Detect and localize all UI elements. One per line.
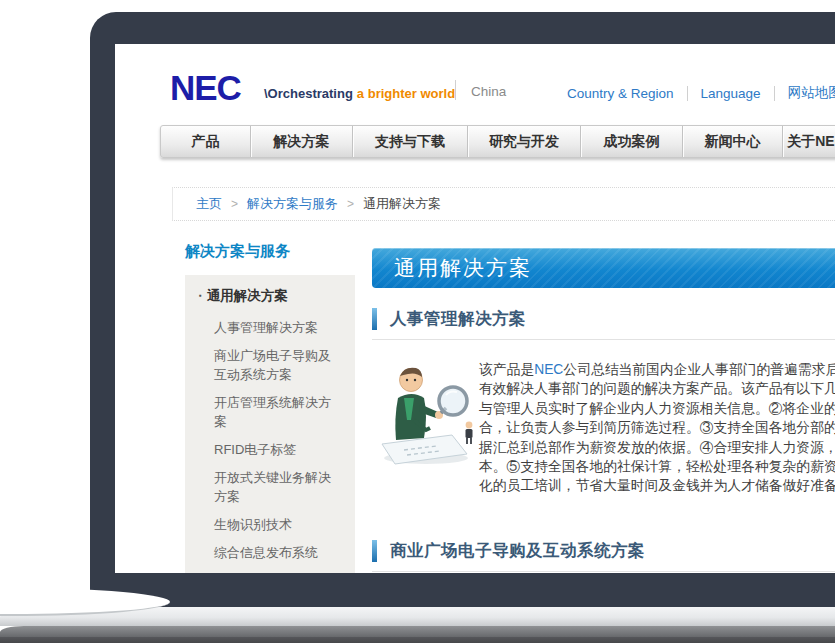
- main-navbar: 产品 解决方案 支持与下载 研究与开发 成功案例 新闻中心 关于NEC: [160, 125, 835, 158]
- brand-tagline: \Orchestratinga brighter world: [264, 86, 455, 101]
- page-banner: 通用解决方案: [372, 248, 835, 288]
- header-divider: [455, 80, 456, 100]
- sidebar-item-mall-guide[interactable]: 商业广场电子导购及互动系统方案: [199, 346, 343, 384]
- page-title: 通用解决方案: [394, 254, 532, 282]
- breadcrumb: 主页 > 解决方案与服务 > 通用解决方案: [172, 187, 835, 221]
- sidebar-item-sap[interactable]: SAP解决方案: [199, 571, 343, 573]
- section-hr-header: 人事管理解决方案: [372, 308, 835, 340]
- nav-item-cases[interactable]: 成功案例: [581, 126, 683, 157]
- link-sitemap[interactable]: 网站地图: [775, 84, 835, 102]
- sidebar-sublist: 人事管理解决方案 商业广场电子导购及互动系统方案 开店管理系统解决方案 RFID…: [199, 318, 343, 573]
- nav-item-products[interactable]: 产品: [161, 126, 251, 157]
- bullet-icon: ▪: [199, 291, 202, 300]
- article-line: 与管理人员实时了解企业内人力资源相关信息。②将企业的官网: [479, 399, 835, 418]
- sidebar-item-store-mgmt[interactable]: 开店管理系统解决方案: [199, 393, 343, 431]
- main-content: 通用解决方案 人事管理解决方案: [372, 248, 835, 288]
- laptop-base-edge: [0, 626, 835, 637]
- sidebar-title: 解决方案与服务: [185, 242, 290, 261]
- sidebar-item-open-critical[interactable]: 开放式关键业务解决方案: [199, 468, 343, 506]
- sidebar-item-general-solutions[interactable]: ▪通用解决方案: [199, 287, 343, 305]
- sidebar-menu: ▪通用解决方案 人事管理解决方案 商业广场电子导购及互动系统方案 开店管理系统解…: [185, 275, 355, 573]
- article-line: 该产品是NEC公司总结当前国内企业人事部门的普遍需求后，研: [479, 360, 835, 379]
- nav-item-about[interactable]: 关于NEC: [783, 126, 835, 157]
- nav-item-research[interactable]: 研究与开发: [468, 126, 581, 157]
- tagline-lead: \Orchestrating: [264, 86, 353, 101]
- utility-links: Country & Region Language 网站地图 联系我们: [567, 84, 835, 102]
- nav-item-solutions[interactable]: 解决方案: [251, 126, 353, 157]
- article-line: 据汇总到总部作为薪资发放的依据。④合理安排人力资源，最大: [479, 438, 835, 457]
- article-line: 本。⑤支持全国各地的社保计算，轻松处理各种复杂的薪资政策: [479, 457, 835, 476]
- region-label: China: [471, 84, 506, 99]
- laptop-base-bottom: [0, 637, 835, 643]
- sidebar-item-hr[interactable]: 人事管理解决方案: [199, 318, 343, 337]
- section-accent-bar: [372, 308, 377, 330]
- section-mall-title[interactable]: 商业广场电子导购及互动系统方案: [390, 540, 645, 562]
- laptop-mockup: NEC \Orchestratinga brighter world China…: [0, 0, 835, 643]
- section-hr-title[interactable]: 人事管理解决方案: [390, 308, 526, 330]
- breadcrumb-home[interactable]: 主页: [196, 195, 222, 213]
- section-mall-header: 商业广场电子导购及互动系统方案: [372, 540, 835, 572]
- nav-item-support[interactable]: 支持与下载: [353, 126, 468, 157]
- hr-article-text: 该产品是NEC公司总结当前国内企业人事部门的普遍需求后，研 有效解决人事部门的问…: [479, 360, 835, 496]
- nec-logo[interactable]: NEC: [170, 68, 241, 108]
- sidebar-item-info-display[interactable]: 综合信息发布系统: [199, 543, 343, 562]
- chevron-right-icon: >: [231, 197, 238, 211]
- breadcrumb-current: 通用解决方案: [363, 195, 441, 213]
- link-country-region[interactable]: Country & Region: [567, 86, 688, 101]
- link-language[interactable]: Language: [688, 86, 775, 101]
- tagline-rest: a brighter world: [357, 86, 455, 101]
- hr-magnifier-illustration: [374, 358, 479, 470]
- article-line: 有效解决人事部门的问题的解决方案产品。该产品有以下几大特: [479, 379, 835, 398]
- sidebar-item-rfid[interactable]: RFID电子标签: [199, 440, 343, 459]
- laptop-screen: NEC \Orchestratinga brighter world China…: [115, 44, 835, 573]
- nec-inline-link[interactable]: NEC: [534, 362, 563, 377]
- sidebar-active-label: 通用解决方案: [207, 288, 288, 303]
- article-line: 化的员工培训，节省大量时间及金钱并为人才储备做好准备。: [479, 476, 835, 495]
- nec-website: NEC \Orchestratinga brighter world China…: [115, 44, 835, 573]
- article-line: 合，让负责人参与到简历筛选过程。③支持全国各地分部的独立: [479, 418, 835, 437]
- nav-item-news[interactable]: 新闻中心: [683, 126, 783, 157]
- chevron-right-icon: >: [347, 197, 354, 211]
- sidebar-item-biometrics[interactable]: 生物识别技术: [199, 515, 343, 534]
- breadcrumb-solutions[interactable]: 解决方案与服务: [247, 195, 338, 213]
- section-accent-bar: [372, 540, 377, 562]
